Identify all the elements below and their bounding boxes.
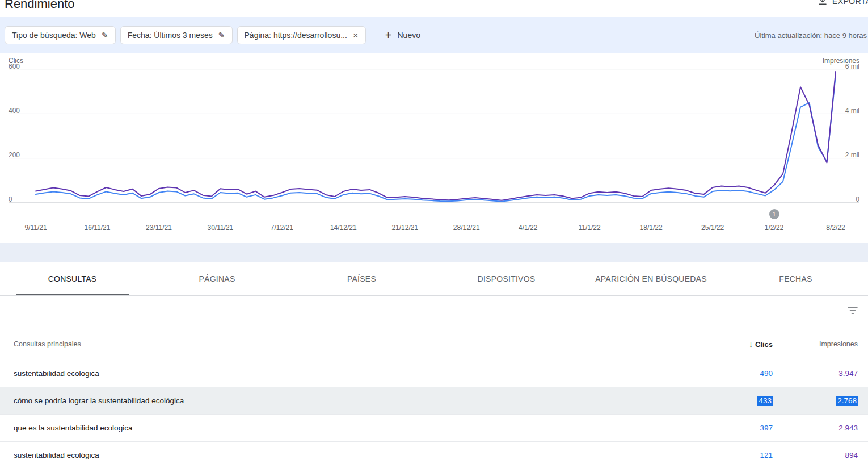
- filter-chip-date[interactable]: Fecha: Últimos 3 meses ✎: [120, 26, 233, 44]
- left-tick-200: 200: [9, 151, 20, 159]
- chip-label: Tipo de búsqueda: Web: [12, 31, 96, 40]
- x-axis-label: 4/1/22: [519, 224, 537, 232]
- filter-chip-search-type[interactable]: Tipo de búsqueda: Web ✎: [5, 26, 116, 44]
- clicks-cell: 397: [688, 424, 773, 432]
- impressions-cell: 3.947: [773, 369, 858, 378]
- x-axis-label: 28/12/21: [453, 224, 480, 232]
- x-axis-label: 9/11/21: [24, 224, 47, 232]
- page-background-band: [0, 243, 868, 262]
- annotation-marker[interactable]: 1: [769, 209, 779, 219]
- right-tick-0: 0: [856, 195, 859, 203]
- x-axis-label: 21/12/21: [391, 224, 418, 232]
- table-toolbar: [0, 296, 868, 328]
- page-header: Rendimiento EXPORTAR: [0, 0, 868, 17]
- download-icon: [818, 0, 828, 6]
- tab-paises[interactable]: PAÍSES: [289, 262, 434, 295]
- query-cell[interactable]: sustentabilidad ecologica: [14, 369, 688, 378]
- tab-fechas[interactable]: FECHAS: [723, 262, 868, 295]
- dimension-tabs: CONSULTAS PÁGINAS PAÍSES DISPOSITIVOS AP…: [0, 262, 868, 296]
- close-icon[interactable]: ×: [353, 31, 359, 40]
- chart-plot-area[interactable]: 600 400 200 0 6 mil 4 mil 2 mil 0 1: [0, 65, 868, 207]
- export-label: EXPORTAR: [832, 0, 868, 6]
- last-update-text: Última actualización: hace 9 horas: [755, 31, 867, 40]
- query-cell[interactable]: sustentabilidad ecológica: [14, 451, 688, 459]
- tab-aparicion-en-busquedas[interactable]: APARICIÓN EN BÚSQUEDAS: [579, 262, 723, 295]
- x-axis: 9/11/21 16/11/21 23/11/21 30/11/21 7/12/…: [0, 224, 868, 233]
- edit-icon[interactable]: ✎: [102, 31, 108, 40]
- edit-icon[interactable]: ✎: [218, 31, 225, 40]
- sort-desc-icon: ↓: [749, 340, 753, 349]
- tab-paginas[interactable]: PÁGINAS: [145, 262, 289, 295]
- impressions-cell: 894: [773, 451, 858, 459]
- impressions-column-header[interactable]: Impresiones: [773, 340, 858, 348]
- clicks-cell: 121: [688, 451, 773, 459]
- filter-chip-page[interactable]: Página: https://desarrollosu... ×: [237, 26, 366, 44]
- impressions-cell: 2.768: [773, 396, 858, 406]
- x-axis-label: 23/11/21: [146, 224, 172, 232]
- left-tick-0: 0: [9, 195, 12, 203]
- page-title: Rendimiento: [5, 0, 75, 11]
- right-tick-6mil: 6 mil: [845, 62, 859, 70]
- query-cell[interactable]: cómo se podría lograr la sustentabilidad…: [14, 396, 688, 405]
- plus-icon: +: [385, 30, 392, 41]
- tab-dispositivos[interactable]: DISPOSITIVOS: [434, 262, 579, 295]
- table-header-row: Consultas principales ↓Clics Impresiones: [0, 328, 868, 360]
- results-table-card: CONSULTAS PÁGINAS PAÍSES DISPOSITIVOS AP…: [0, 262, 868, 464]
- table-row[interactable]: sustentabilidad ecologica 490 3.947: [0, 360, 868, 387]
- x-axis-label: 14/12/21: [330, 224, 357, 232]
- performance-chart[interactable]: [0, 65, 868, 207]
- table-row[interactable]: que es la sustentabilidad ecologica 397 …: [0, 415, 868, 442]
- x-axis-label: 7/12/21: [271, 224, 293, 232]
- chip-label: Fecha: Últimos 3 meses: [128, 31, 213, 40]
- new-filter-button[interactable]: + Nuevo: [385, 30, 420, 41]
- x-axis-label: 16/11/21: [85, 224, 111, 232]
- x-axis-label: 30/11/21: [207, 224, 233, 232]
- table-row[interactable]: cómo se podría lograr la sustentabilidad…: [0, 387, 868, 415]
- filter-bar: Tipo de búsqueda: Web ✎ Fecha: Últimos 3…: [0, 17, 868, 53]
- left-tick-400: 400: [9, 107, 20, 115]
- x-axis-label: 25/1/22: [701, 224, 724, 232]
- right-tick-4mil: 4 mil: [845, 107, 859, 115]
- right-tick-2mil: 2 mil: [845, 151, 859, 159]
- x-axis-label: 1/2/22: [765, 224, 783, 232]
- rows-dimension-label: Consultas principales: [14, 340, 688, 348]
- filter-list-icon[interactable]: [848, 306, 858, 317]
- clicks-cell: 490: [688, 369, 773, 378]
- clicks-cell: 433: [688, 396, 773, 406]
- left-tick-600: 600: [9, 62, 20, 70]
- new-filter-label: Nuevo: [397, 31, 420, 40]
- chip-label: Página: https://desarrollosu...: [245, 31, 347, 40]
- query-cell[interactable]: que es la sustentabilidad ecologica: [14, 424, 688, 432]
- x-axis-label: 11/1/22: [579, 224, 601, 232]
- tab-consultas[interactable]: CONSULTAS: [0, 262, 145, 295]
- table-row[interactable]: sustentabilidad ecológica 121 894: [0, 442, 868, 464]
- impressions-cell: 2.943: [773, 424, 858, 432]
- performance-chart-card: Clics Impresiones 600 400 200 0 6 mil 4 …: [0, 53, 868, 243]
- x-axis-label: 8/2/22: [826, 224, 845, 232]
- clics-column-header[interactable]: ↓Clics: [688, 340, 773, 349]
- x-axis-label: 18/1/22: [640, 224, 663, 232]
- export-button[interactable]: EXPORTAR: [818, 0, 868, 6]
